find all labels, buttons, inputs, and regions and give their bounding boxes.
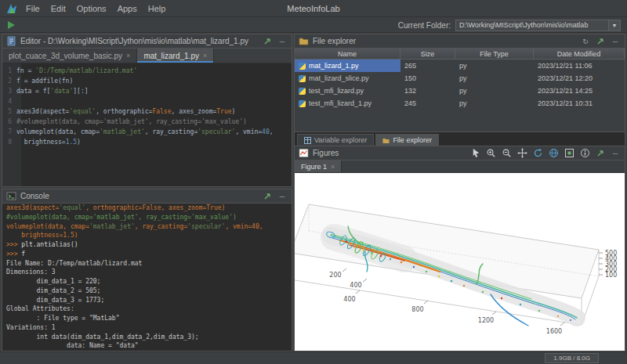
line-number: 4 — [2, 96, 16, 106]
console-line: dim_data_2 = 505; — [6, 287, 292, 296]
pan-hand-icon[interactable] — [516, 148, 528, 159]
line-number: 5 — [2, 106, 16, 117]
table-row[interactable]: mat_lizard_slice.py150py2023/12/21 12:20 — [295, 72, 625, 85]
editor-panel: Editor - D:\Working\MIScript\Jython\mis\… — [2, 34, 292, 187]
svg-text:400: 400 — [350, 282, 361, 289]
console-line: brightness=1.5) — [6, 231, 292, 240]
rotate-icon[interactable] — [532, 148, 544, 159]
editor-tab-mat-lizard[interactable]: mat_lizard_1.py × — [137, 49, 214, 63]
current-folder-dropdown-icon[interactable]: ▼ — [609, 20, 621, 31]
tab-variable-explorer[interactable]: Variable explorer — [297, 134, 374, 146]
window-title: MeteoInfoLab — [287, 4, 339, 13]
refresh-icon[interactable]: ↻ — [580, 36, 591, 46]
console-minimize-icon[interactable]: ─ — [277, 191, 288, 201]
tab-file-explorer[interactable]: File explorer — [375, 134, 439, 146]
code-line[interactable]: 3data = f['data'][:] — [2, 86, 292, 96]
console-line: Dimensions: 3 — [6, 268, 292, 277]
console-float-icon[interactable] — [262, 191, 273, 201]
right-dock-tabs: Variable explorer File explorer — [294, 132, 625, 146]
file-explorer-minimize-icon[interactable]: ─ — [610, 36, 621, 46]
line-number: 3 — [2, 86, 16, 96]
console-line: Variations: 1 — [6, 323, 292, 333]
file-table-header: Name Size File Type Date Modified — [295, 49, 625, 59]
python-file-icon — [299, 75, 306, 82]
console-line: dim_data_3 = 1773; — [6, 296, 292, 305]
figures-title-bar: Figures ─ — [295, 146, 625, 160]
folder-icon — [382, 137, 390, 144]
full-extent-icon[interactable] — [564, 148, 575, 159]
zoom-out-icon[interactable] — [501, 148, 513, 159]
table-row[interactable]: test_mfi_lizard_1.py245py2023/12/21 10:3… — [295, 97, 625, 110]
figure-canvas[interactable]: 40080012001600200400100200300400500 — [295, 173, 625, 351]
file-explorer-title: File explorer — [313, 37, 356, 45]
console-line: >>> f — [6, 250, 292, 259]
file-explorer-float-icon[interactable] — [595, 36, 606, 46]
table-row[interactable]: test_mfi_lizard.py132py2023/12/21 14:25 — [295, 85, 625, 97]
console-line: axes3d(aspect='equal', orthographic=Fals… — [6, 204, 292, 213]
status-bar: 1.9GB / 8.0G — [0, 351, 627, 364]
figure-tab-label: Figure 1 — [301, 163, 327, 171]
line-number: 6 — [2, 117, 16, 127]
column-header-name[interactable]: Name — [295, 49, 400, 59]
table-grid-icon — [304, 137, 311, 144]
console-output-area[interactable]: axes3d(aspect='equal', orthographic=Fals… — [2, 204, 292, 351]
run-script-button[interactable] — [6, 20, 16, 30]
editor-tab-label: plot_cuace_3d_volume_basic.py — [9, 52, 122, 60]
code-line[interactable]: 7volumeplot(data, cmap='matlab_jet', ray… — [2, 127, 292, 137]
editor-tab-plot-cuace[interactable]: plot_cuace_3d_volume_basic.py × — [2, 49, 137, 63]
current-folder-combobox[interactable]: D:\Working\MIScript\Jython\mis\io\matlab — [455, 20, 609, 31]
editor-float-icon[interactable] — [262, 36, 273, 46]
code-line[interactable]: 4 — [2, 96, 292, 106]
menu-edit[interactable]: Edit — [45, 2, 71, 15]
folder-icon — [299, 36, 309, 46]
app-logo-icon — [6, 3, 17, 14]
menu-bar: File Edit Options Apps Help MeteoInfoLab — [0, 0, 627, 17]
column-header-modified[interactable]: Date Modified — [534, 49, 625, 59]
tab-close-icon[interactable]: × — [203, 52, 207, 59]
menu-apps[interactable]: Apps — [112, 2, 143, 15]
tab-close-icon[interactable]: × — [331, 163, 335, 171]
code-line[interactable]: 1fn = 'D:/Temp/matlab/lizard.mat' — [2, 66, 292, 76]
zoom-in-icon[interactable] — [485, 148, 497, 159]
line-number: 8 — [2, 137, 16, 147]
figures-minimize-icon[interactable]: ─ — [610, 148, 621, 158]
column-header-size[interactable]: Size — [400, 49, 455, 59]
editor-minimize-icon[interactable]: ─ — [277, 36, 288, 46]
table-row[interactable]: mat_lizard_1.py265py2023/12/21 11:06 — [295, 59, 625, 72]
svg-text:800: 800 — [411, 306, 423, 313]
globe-icon[interactable] — [548, 148, 560, 159]
select-arrow-icon[interactable] — [469, 148, 481, 159]
editor-code-area[interactable]: 1fn = 'D:/Temp/matlab/lizard.mat'2f = ad… — [2, 63, 292, 186]
line-number: 7 — [2, 127, 16, 137]
figure-tab-bar: Figure 1 × — [295, 160, 625, 173]
code-line[interactable]: 6#volumeplot(data, cmap='matlab_jet', ra… — [2, 117, 292, 127]
figures-float-icon[interactable] — [595, 148, 606, 158]
info-icon[interactable] — [579, 148, 591, 159]
tab-close-icon[interactable]: × — [126, 52, 130, 59]
menu-options[interactable]: Options — [71, 2, 112, 15]
console-line: int data(dim_data_1,dim_data_2,dim_data_… — [6, 333, 292, 342]
svg-text:500: 500 — [605, 250, 617, 257]
column-header-filetype[interactable]: File Type — [455, 49, 534, 59]
code-line[interactable]: 8 brightness=1.5) — [2, 137, 292, 147]
file-explorer-panel: File explorer ↻ ─ Name Size File Type Da… — [294, 34, 625, 132]
python-file-icon — [299, 63, 306, 70]
menu-file[interactable]: File — [20, 2, 45, 15]
figures-panel: Figures ─ Figure 1 — [294, 146, 625, 351]
line-number: 2 — [2, 76, 16, 86]
menu-help[interactable]: Help — [143, 2, 172, 15]
dock-tab-label: File explorer — [393, 136, 432, 144]
figures-title: Figures — [313, 149, 339, 157]
line-number: 1 — [2, 66, 16, 76]
console-line: File Name: D:/Temp/matlab/lizard.mat — [6, 259, 292, 268]
code-line[interactable]: 5axes3d(aspect='equal', orthographic=Fal… — [2, 106, 292, 117]
console-line: dim_data_1 = 220; — [6, 277, 292, 287]
console-line: : File type = "MatLab" — [6, 314, 292, 323]
console-line: Global Attributes: — [6, 305, 292, 314]
code-line[interactable]: 2f = addfile(fn) — [2, 76, 292, 86]
python-file-icon — [299, 100, 306, 107]
dock-tab-label: Variable explorer — [314, 136, 367, 144]
console-icon — [6, 191, 16, 201]
tab-figure-1[interactable]: Figure 1 × — [295, 160, 342, 172]
svg-text:200: 200 — [329, 272, 341, 279]
